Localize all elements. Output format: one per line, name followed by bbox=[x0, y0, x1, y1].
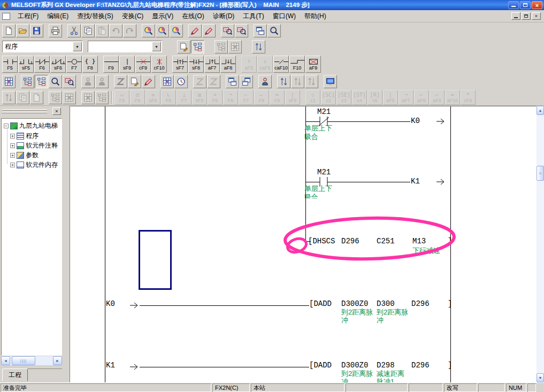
collapse-icon[interactable]: − bbox=[4, 124, 9, 128]
minimize-button[interactable] bbox=[508, 1, 519, 9]
child-close-button[interactable]: × bbox=[532, 12, 541, 20]
tree-item-device-comment[interactable]: + 软元件注释 bbox=[10, 141, 58, 150]
menu-convert[interactable]: 变换(C) bbox=[118, 10, 148, 22]
print-button[interactable] bbox=[49, 24, 62, 37]
ladder-vertical-scrollbar[interactable]: ▲ ≡ ▼ bbox=[537, 106, 544, 382]
expand-icon[interactable]: + bbox=[10, 153, 15, 158]
step-line-button[interactable]: F10 bbox=[289, 56, 305, 73]
comment-edit-button[interactable] bbox=[177, 40, 190, 53]
panel-close-button[interactable]: × bbox=[52, 107, 61, 115]
entry-monitor-button[interactable] bbox=[324, 75, 337, 88]
menu-diagnostics[interactable]: 诊断(D) bbox=[209, 10, 239, 22]
expand-icon[interactable]: + bbox=[10, 163, 15, 167]
project-tab[interactable]: 工程 bbox=[2, 368, 28, 381]
menu-tools[interactable]: 工具(T) bbox=[239, 10, 268, 22]
scroll-right-icon[interactable]: ► bbox=[53, 356, 62, 365]
application-instruction-button[interactable]: { }F8 bbox=[82, 56, 98, 73]
write-mode-button[interactable] bbox=[188, 24, 202, 37]
program-type-combobox[interactable]: 程序 ▼ bbox=[2, 41, 83, 52]
align-a-button[interactable] bbox=[277, 75, 290, 88]
falling-pulse-button[interactable]: sF8 bbox=[188, 56, 204, 73]
find-instruction-button[interactable] bbox=[170, 24, 183, 37]
ladder-editor-canvas[interactable]: M21 K0 单层上下 吸合 M21 K1 单层上下 吸合 [DHSCS D29… bbox=[70, 106, 537, 382]
statement-display-button[interactable] bbox=[35, 75, 48, 88]
find-device-button[interactable] bbox=[156, 24, 169, 37]
next-window-button[interactable] bbox=[240, 75, 253, 88]
delete-rung-button[interactable]: aF9 bbox=[305, 56, 321, 73]
find-circuit-button[interactable] bbox=[142, 24, 155, 37]
menu-window[interactable]: 窗口(W) bbox=[269, 10, 300, 22]
device-zoom-button[interactable] bbox=[235, 24, 248, 37]
split-window-button[interactable] bbox=[254, 24, 267, 37]
time-monitor-button[interactable] bbox=[174, 75, 188, 88]
scroll-thumb[interactable]: ≡ bbox=[537, 166, 544, 181]
mdi-child-icon[interactable] bbox=[2, 13, 10, 20]
sfc-dummy-step-button: ⊟F6 bbox=[130, 90, 145, 105]
device-batch-button[interactable] bbox=[114, 75, 127, 88]
scroll-down-icon[interactable]: ▼ bbox=[537, 373, 544, 382]
child-restore-button[interactable] bbox=[522, 12, 531, 20]
vertical-line-button[interactable]: sF9 bbox=[119, 56, 135, 73]
tree-root[interactable]: − 九层九站电梯 bbox=[4, 121, 58, 130]
closed-branch-button[interactable]: sF6 bbox=[50, 56, 66, 73]
device-test-button[interactable] bbox=[142, 75, 155, 88]
project-list-button[interactable] bbox=[191, 40, 204, 53]
expand-icon[interactable]: + bbox=[10, 143, 15, 148]
expand-icon[interactable]: + bbox=[10, 134, 15, 139]
panel-grip[interactable] bbox=[2, 109, 47, 114]
close-button[interactable]: × bbox=[532, 1, 542, 9]
comment-monitor-button[interactable] bbox=[258, 75, 272, 88]
restore-button[interactable] bbox=[520, 1, 531, 9]
block-combobox[interactable]: ▼ bbox=[88, 41, 162, 52]
project-tree[interactable]: − 九层九站电梯 + 程序 + 软元件注释 + 参数 + bbox=[1, 118, 62, 356]
circuit-zoom-button[interactable] bbox=[221, 24, 234, 37]
dropdown-arrow-icon[interactable]: ▼ bbox=[73, 42, 82, 51]
delete-vline-button[interactable]: cF10 bbox=[151, 56, 167, 73]
program-zoom-button[interactable] bbox=[267, 24, 281, 37]
block-convert-button[interactable] bbox=[160, 75, 174, 88]
insert-write-button[interactable] bbox=[202, 24, 216, 37]
find-zoom-button[interactable] bbox=[49, 75, 62, 88]
new-button[interactable] bbox=[2, 24, 16, 37]
rising-pulse-button[interactable]: sF7 bbox=[172, 56, 188, 73]
menu-help[interactable]: 帮助(H) bbox=[300, 10, 331, 22]
closed-contact-button[interactable]: F6 bbox=[34, 56, 50, 73]
child-minimize-button[interactable] bbox=[511, 12, 520, 20]
rising-pulse-branch-button[interactable]: aF7 bbox=[204, 56, 220, 73]
tree-item-device-memory[interactable]: + 软元件内存 bbox=[10, 160, 58, 169]
comment-display-button[interactable] bbox=[21, 75, 34, 88]
open-button[interactable] bbox=[16, 24, 29, 37]
tree-item-parameter[interactable]: + 参数 bbox=[10, 151, 39, 159]
menu-online[interactable]: 在线(O) bbox=[178, 10, 208, 22]
open-branch-button[interactable]: sF5 bbox=[18, 56, 34, 73]
save-button[interactable] bbox=[30, 24, 43, 37]
coil-button[interactable]: F7 bbox=[66, 56, 82, 73]
start-monitor-icon bbox=[83, 77, 93, 86]
dropdown-arrow-icon[interactable]: ▼ bbox=[152, 42, 161, 51]
panel-horizontal-scrollbar[interactable]: ◄ |||| ► bbox=[1, 356, 62, 365]
minimize-icon bbox=[511, 5, 516, 7]
copy-button[interactable] bbox=[81, 24, 95, 37]
ladder-edit-button[interactable] bbox=[128, 75, 141, 88]
cut-button[interactable] bbox=[67, 24, 81, 37]
prev-window-button[interactable] bbox=[226, 75, 239, 88]
tree-item-program[interactable]: + 程序 bbox=[10, 132, 39, 140]
open-contact-button[interactable]: F5 bbox=[2, 56, 18, 73]
align-c-button[interactable] bbox=[305, 75, 318, 88]
invert-result-button[interactable]: caF10 bbox=[273, 56, 289, 73]
menu-project[interactable]: 工程(F) bbox=[13, 10, 43, 22]
delete-hline-button[interactable]: cF9 bbox=[135, 56, 151, 73]
scroll-up-icon[interactable]: ▲ bbox=[537, 106, 544, 115]
instruction-list-button[interactable] bbox=[2, 75, 16, 88]
device-comment-edit-button[interactable] bbox=[63, 75, 76, 88]
scroll-left-icon[interactable]: ◄ bbox=[1, 356, 10, 365]
menu-view[interactable]: 显示(V) bbox=[148, 10, 178, 22]
align-b-button[interactable] bbox=[291, 75, 304, 88]
data-transfer-button[interactable] bbox=[252, 40, 265, 53]
menu-find-replace[interactable]: 查找/替换(S) bbox=[73, 10, 117, 22]
falling-pulse-branch-button[interactable]: aF8 bbox=[220, 56, 236, 73]
up-convert-button: ↑aF5 bbox=[241, 56, 257, 73]
horizontal-line-button[interactable]: F9 bbox=[103, 56, 119, 73]
scroll-thumb[interactable]: |||| bbox=[12, 356, 35, 365]
menu-edit[interactable]: 编辑(E) bbox=[43, 10, 73, 22]
